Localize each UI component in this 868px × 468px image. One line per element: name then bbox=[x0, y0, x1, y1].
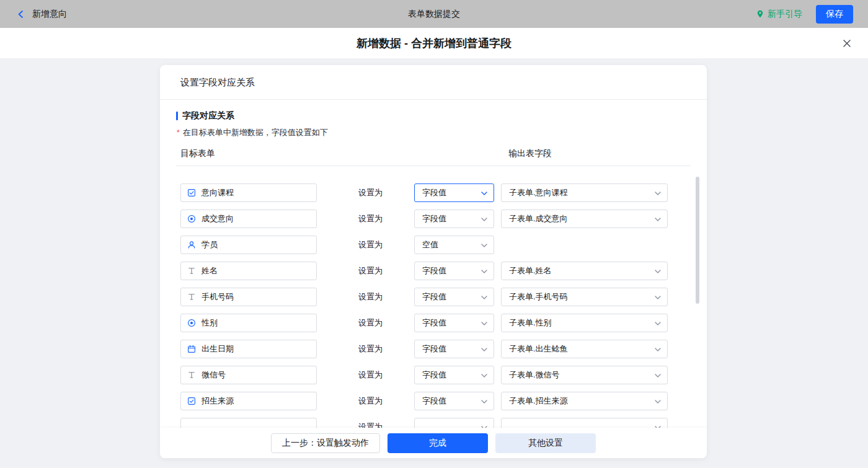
value-mode-select[interactable]: 字段值 bbox=[414, 392, 494, 410]
chevron-down-icon bbox=[481, 322, 487, 325]
target-field-label: 意向课程 bbox=[202, 187, 234, 198]
target-field-box: 招生来源 bbox=[180, 392, 317, 410]
panel-body: 字段对应关系 *在目标表单中新增数据，字段值设置如下 目标表单 输出表字段 意向… bbox=[160, 100, 707, 428]
value-mode-select[interactable] bbox=[414, 418, 494, 428]
chevron-down-icon bbox=[655, 374, 661, 377]
output-field-select[interactable] bbox=[501, 418, 668, 428]
target-field-label: 学员 bbox=[202, 239, 218, 250]
output-field-select[interactable]: 子表单.姓名 bbox=[501, 262, 668, 280]
output-field-select[interactable]: 子表单.手机号码 bbox=[501, 288, 668, 306]
mapping-panel: 设置字段对应关系 字段对应关系 *在目标表单中新增数据，字段值设置如下 目标表单… bbox=[160, 65, 707, 458]
value-mode-select[interactable]: 字段值 bbox=[414, 262, 494, 280]
output-field-select[interactable]: 子表单.微信号 bbox=[501, 366, 668, 384]
output-field-select[interactable]: 子表单.意向课程 bbox=[501, 183, 668, 202]
scrollbar-thumb[interactable] bbox=[696, 177, 699, 304]
target-field-box: 意向课程 bbox=[180, 183, 317, 202]
field-mapping-row: 出生日期 设置为 字段值 子表单.出生鲶鱼 bbox=[176, 336, 691, 362]
close-icon[interactable] bbox=[841, 37, 853, 50]
chevron-down-icon bbox=[655, 400, 661, 404]
field-mapping-row: 招生来源 设置为 字段值 子表单.招生来源 bbox=[176, 388, 691, 414]
set-as-label: 设置为 bbox=[358, 284, 383, 310]
field-mapping-row: 成交意向 设置为 字段值 子表单.成交意向 bbox=[176, 206, 691, 232]
guide-button[interactable]: 新手引导 bbox=[756, 9, 802, 20]
set-as-label: 设置为 bbox=[358, 310, 383, 336]
topbar-actions: 新手引导 保存 bbox=[756, 0, 853, 28]
target-field-box: 学员 bbox=[180, 236, 317, 254]
output-field-select[interactable]: 子表单.性别 bbox=[501, 314, 668, 332]
top-bar: 新增意向 表单数据提交 新手引导 保存 bbox=[0, 0, 868, 28]
chevron-down-icon bbox=[655, 322, 661, 325]
target-field-box: 出生日期 bbox=[180, 340, 317, 358]
set-as-label: 设置为 bbox=[358, 258, 383, 284]
field-mapping-row: 设置为 bbox=[176, 414, 691, 428]
chevron-down-icon bbox=[655, 192, 661, 195]
required-mark: * bbox=[177, 128, 180, 137]
target-field-label: 手机号码 bbox=[202, 291, 234, 302]
target-field-label: 性别 bbox=[202, 317, 218, 329]
dialog-header: 新增数据 - 合并新增到普通字段 bbox=[0, 28, 868, 59]
panel-title: 设置字段对应关系 bbox=[160, 65, 707, 100]
column-header-output: 输出表字段 bbox=[508, 148, 552, 159]
field-mapping-row: 性别 设置为 字段值 子表单.性别 bbox=[176, 310, 691, 336]
set-as-label: 设置为 bbox=[358, 414, 383, 428]
radio-icon bbox=[187, 319, 196, 327]
column-header-target: 目标表单 bbox=[180, 148, 215, 159]
back-chevron-icon bbox=[16, 9, 26, 19]
chevron-down-icon bbox=[481, 400, 487, 404]
chevron-down-icon bbox=[655, 218, 661, 221]
chevron-down-icon bbox=[481, 296, 487, 299]
value-mode-select[interactable]: 字段值 bbox=[414, 183, 494, 202]
chevron-down-icon bbox=[481, 374, 487, 377]
done-button[interactable]: 完成 bbox=[388, 433, 488, 453]
value-mode-select[interactable]: 字段值 bbox=[414, 210, 494, 228]
set-as-label: 设置为 bbox=[358, 180, 383, 206]
back-button[interactable]: 新增意向 bbox=[0, 9, 67, 20]
set-as-label: 设置为 bbox=[358, 232, 383, 258]
target-field-box: 成交意向 bbox=[180, 210, 317, 228]
value-mode-select[interactable]: 字段值 bbox=[414, 288, 494, 306]
guide-label: 新手引导 bbox=[768, 9, 802, 20]
text-icon bbox=[187, 293, 196, 301]
value-mode-select[interactable]: 字段值 bbox=[414, 366, 494, 384]
chevron-down-icon bbox=[481, 192, 487, 195]
panel-footer: 上一步：设置触发动作 完成 其他设置 bbox=[160, 428, 707, 458]
output-field-select[interactable]: 子表单.成交意向 bbox=[501, 210, 668, 228]
target-field-box: 微信号 bbox=[180, 366, 317, 384]
other-settings-button[interactable]: 其他设置 bbox=[495, 433, 596, 453]
text-icon bbox=[187, 267, 196, 275]
back-label: 新增意向 bbox=[32, 9, 67, 20]
target-field-box: 姓名 bbox=[180, 262, 317, 280]
target-field-box: 手机号码 bbox=[180, 288, 317, 306]
page-title: 表单数据提交 bbox=[408, 0, 460, 28]
chevron-down-icon bbox=[655, 296, 661, 299]
section-note: *在目标表单中新增数据，字段值设置如下 bbox=[176, 127, 691, 138]
target-field-label: 招生来源 bbox=[202, 395, 234, 407]
field-mapping-row: 姓名 设置为 字段值 子表单.姓名 bbox=[176, 258, 691, 284]
calendar-icon bbox=[187, 345, 196, 353]
user-icon bbox=[187, 241, 196, 249]
chevron-down-icon bbox=[481, 348, 487, 351]
chevron-down-icon bbox=[481, 270, 487, 273]
value-mode-select[interactable]: 字段值 bbox=[414, 340, 494, 358]
value-mode-select[interactable]: 空值 bbox=[414, 236, 494, 254]
column-headers: 目标表单 输出表字段 bbox=[176, 148, 691, 162]
set-as-label: 设置为 bbox=[358, 362, 383, 388]
field-mapping-row: 意向课程 设置为 字段值 子表单.意向课程 bbox=[176, 180, 691, 206]
target-field-label: 出生日期 bbox=[202, 343, 234, 355]
section-title: 字段对应关系 bbox=[176, 111, 691, 121]
radio-icon bbox=[187, 214, 196, 223]
output-field-select[interactable]: 子表单.招生来源 bbox=[501, 392, 668, 410]
target-field-label: 姓名 bbox=[202, 265, 218, 276]
output-field-select[interactable]: 子表单.出生鲶鱼 bbox=[501, 340, 668, 358]
value-mode-select[interactable]: 字段值 bbox=[414, 314, 494, 332]
location-pin-icon bbox=[756, 9, 764, 19]
target-field-label: 微信号 bbox=[202, 369, 226, 381]
dialog-title: 新增数据 - 合并新增到普通字段 bbox=[0, 28, 868, 59]
field-mapping-row: 手机号码 设置为 字段值 子表单.手机号码 bbox=[176, 284, 691, 310]
set-as-label: 设置为 bbox=[358, 206, 383, 232]
target-field-box: 性别 bbox=[180, 314, 317, 332]
save-button[interactable]: 保存 bbox=[816, 5, 853, 24]
chevron-down-icon bbox=[481, 218, 487, 221]
chevron-down-icon bbox=[655, 348, 661, 351]
previous-step-button[interactable]: 上一步：设置触发动作 bbox=[271, 433, 380, 453]
